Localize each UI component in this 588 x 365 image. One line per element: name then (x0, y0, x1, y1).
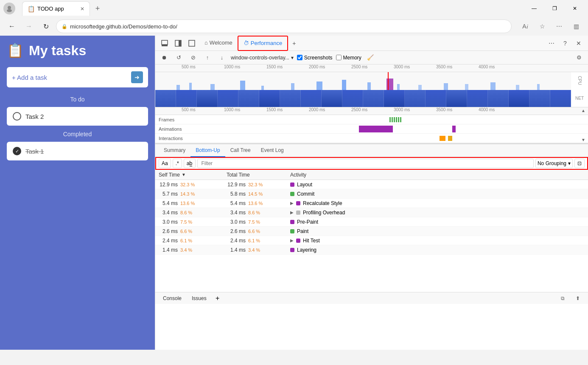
scroll-up-arrow[interactable]: ▲ (581, 108, 587, 113)
activity-name: Paint (297, 228, 308, 234)
activity-color-swatch (290, 192, 294, 196)
svg-rect-5 (179, 40, 181, 46)
col-header-activity[interactable]: Activity (287, 172, 588, 178)
case-sensitive-button[interactable]: Aa (159, 159, 171, 168)
timeline-ruler: 500 ms 1000 ms 1500 ms 2000 ms 2500 ms 3… (155, 65, 588, 72)
ruler-2500: 2500 ms (351, 65, 367, 69)
upload-button[interactable]: ↑ (202, 52, 213, 63)
expand-icon[interactable]: ▶ (290, 201, 294, 205)
close-devtools-button[interactable]: ✕ (573, 37, 585, 49)
svg-rect-26 (389, 117, 391, 122)
tab-close-button[interactable]: ✕ (80, 6, 84, 12)
cell-activity-0: Layout (287, 182, 588, 188)
restore-button[interactable]: ❐ (545, 2, 564, 15)
filter-input[interactable] (197, 159, 534, 168)
col-header-total-time[interactable]: Total Time (223, 172, 287, 178)
expand-icon[interactable]: ▶ (290, 238, 294, 243)
undock-button[interactable] (186, 37, 198, 49)
back-button[interactable]: ← (5, 20, 19, 33)
frames-chart (193, 115, 575, 124)
more-tools-button[interactable]: ⋯ (546, 37, 557, 49)
status-bar-actions: ⧉ ⬆ (556, 292, 585, 305)
table-row: 3.4 ms 8.6 % 3.4 ms 8.6 % ▶ Profiling Ov… (155, 208, 588, 217)
devtools-toolbar: ⌂ Welcome ⏱ Performance + ⋯ ? ✕ (155, 36, 588, 51)
ruler2-2000: 2000 ms (309, 107, 325, 112)
url-bar[interactable]: 🔒 microsoftedge.github.io/Demos/demo-to-… (56, 20, 512, 33)
clear-button[interactable]: ⊘ (188, 52, 199, 63)
ruler2-3000: 3000 ms (394, 107, 410, 112)
screenshots-checkbox-label[interactable]: Screenshots (297, 55, 333, 61)
window-controls: — ❐ ✕ (524, 2, 585, 15)
export-button[interactable]: ⊡ (574, 159, 585, 168)
more-button[interactable]: ⋯ (552, 20, 566, 33)
ruler2-4000: 4000 ms (479, 107, 495, 112)
total-time-val: 2.6 ms (227, 228, 246, 234)
expand-icon[interactable]: ▶ (290, 210, 294, 215)
issues-tab[interactable]: Issues (188, 293, 211, 303)
add-tab-button[interactable]: + (288, 37, 300, 49)
add-panel-button[interactable]: + (213, 293, 223, 303)
cpu-chart (155, 72, 571, 90)
total-time-val: 1.4 ms (227, 247, 246, 253)
console-tab[interactable]: Console (159, 293, 186, 303)
activity-name: Layout (297, 182, 312, 188)
minimize-button[interactable]: — (524, 2, 544, 15)
broom-button[interactable]: 🧹 (365, 52, 376, 63)
section-todo-label: To do (7, 96, 148, 103)
browser-tab-todo[interactable]: 📋 TODO app ✕ (22, 1, 90, 16)
add-task-bar[interactable]: + Add a task ➜ (7, 67, 148, 87)
col-header-self-time[interactable]: Self Time ▼ (155, 172, 223, 178)
tab-welcome[interactable]: ⌂ Welcome (199, 36, 238, 51)
forward-button[interactable]: → (22, 20, 36, 33)
devtools-split-button[interactable]: ⧉ (556, 292, 569, 305)
whole-word-button[interactable]: ab̲ (184, 159, 196, 168)
settings-button[interactable]: ⚙ (574, 52, 585, 63)
memory-checkbox[interactable] (336, 55, 342, 60)
tab-bottom-up[interactable]: Bottom-Up (190, 144, 225, 157)
total-time-val: 12.9 ms (227, 182, 246, 188)
tab-summary[interactable]: Summary (159, 144, 190, 157)
activity-color-swatch (296, 201, 300, 205)
new-tab-button[interactable]: + (92, 3, 104, 14)
total-time-val: 3.4 ms (227, 210, 246, 216)
svg-rect-19 (418, 85, 422, 90)
table-row: 3.0 ms 7.5 % 3.0 ms 7.5 % Pre-Paint (155, 217, 588, 227)
read-aloud-button[interactable]: A𝑖 (518, 20, 532, 33)
task-label-task2: Task 2 (25, 113, 44, 120)
window-close-button[interactable]: ✕ (565, 2, 585, 15)
grouping-select[interactable]: No Grouping ▾ (535, 159, 573, 168)
tab-performance[interactable]: ⏱ Performance (238, 36, 288, 51)
performance-tab-label: Performance (251, 40, 282, 46)
reload-record-button[interactable]: ↺ (173, 52, 184, 63)
svg-rect-2 (162, 40, 168, 45)
help-button[interactable]: ? (559, 37, 571, 49)
target-selector[interactable]: window-controls-overlay... ▾ (231, 55, 294, 61)
issues-label: Issues (192, 295, 207, 301)
tab-favicon: 📋 (28, 6, 35, 12)
add-panel-icon: + (216, 295, 219, 302)
tab-event-log[interactable]: Event Log (256, 144, 289, 157)
svg-rect-27 (392, 117, 393, 122)
dock-bottom-button[interactable] (159, 37, 171, 49)
regex-button[interactable]: .* (173, 159, 182, 168)
record-button[interactable]: ⏺ (159, 52, 170, 63)
cell-self-6: 2.4 ms 6.1 % (155, 238, 223, 244)
col-activity-label: Activity (290, 172, 306, 178)
scroll-down-arrow[interactable]: ▼ (581, 138, 587, 142)
memory-label: Memory (343, 55, 361, 61)
activity-name: Pre-Paint (297, 219, 318, 225)
todo-app-title: My tasks (29, 43, 86, 59)
favorites-button[interactable]: ☆ (535, 20, 549, 33)
activity-name: Hit Test (303, 238, 320, 244)
screenshots-checkbox[interactable] (297, 55, 302, 60)
sidebar-toggle-button[interactable]: ▥ (569, 20, 583, 33)
memory-checkbox-label[interactable]: Memory (336, 55, 361, 61)
refresh-button[interactable]: ↻ (39, 20, 53, 33)
tab-call-tree[interactable]: Call Tree (225, 144, 256, 157)
devtools-expand-button[interactable]: ⬆ (571, 292, 585, 305)
dock-right-button[interactable] (172, 37, 184, 49)
svg-rect-33 (452, 126, 456, 132)
download-button[interactable]: ↓ (216, 52, 227, 63)
task-item-task1[interactable]: ✓ Task 1 (7, 142, 148, 160)
task-item-task2[interactable]: Task 2 (7, 107, 148, 126)
